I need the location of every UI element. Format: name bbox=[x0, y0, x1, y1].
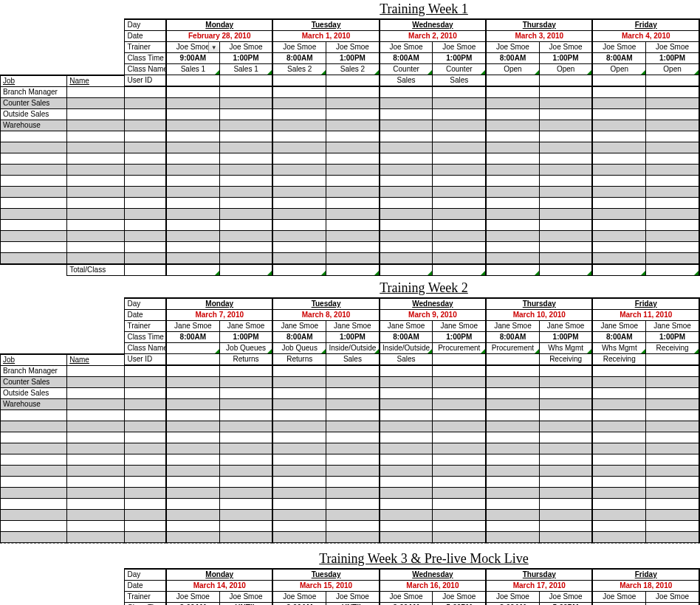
grid-cell[interactable] bbox=[326, 220, 380, 231]
classtime-cell[interactable]: 8:00AM bbox=[380, 332, 433, 343]
grid-cell[interactable] bbox=[166, 120, 219, 131]
grid-cell[interactable] bbox=[380, 120, 433, 131]
job-cell[interactable] bbox=[1, 142, 67, 153]
grid-cell[interactable] bbox=[539, 432, 592, 443]
trainer-cell[interactable]: Jane Smoe bbox=[326, 321, 380, 332]
grid-cell[interactable] bbox=[592, 120, 645, 131]
userid-cell[interactable] bbox=[125, 86, 166, 98]
classtime-cell[interactable] bbox=[592, 603, 645, 606]
grid-cell[interactable] bbox=[592, 86, 645, 98]
grid-cell[interactable] bbox=[272, 120, 326, 131]
grid-cell[interactable] bbox=[646, 365, 699, 377]
grid-cell[interactable] bbox=[272, 410, 326, 421]
grid-cell[interactable] bbox=[326, 510, 380, 521]
grid-cell[interactable] bbox=[380, 131, 433, 142]
grid-cell[interactable] bbox=[380, 410, 433, 421]
job-cell[interactable] bbox=[1, 466, 67, 477]
grid-cell[interactable] bbox=[219, 153, 272, 165]
userid-cell[interactable] bbox=[125, 98, 166, 109]
grid-cell[interactable] bbox=[592, 365, 645, 377]
classname-cell[interactable]: Counter bbox=[433, 64, 486, 75]
name-cell[interactable] bbox=[67, 365, 125, 377]
grid-cell[interactable] bbox=[486, 421, 539, 432]
job-cell[interactable] bbox=[1, 220, 67, 231]
grid-cell[interactable] bbox=[486, 187, 539, 198]
grid-cell[interactable] bbox=[592, 466, 645, 477]
grid-cell[interactable] bbox=[272, 187, 326, 198]
trainer-cell[interactable]: Joe Smoe bbox=[272, 42, 326, 53]
grid-cell[interactable] bbox=[486, 153, 539, 165]
name-cell[interactable] bbox=[67, 165, 125, 176]
grid-cell[interactable] bbox=[646, 109, 699, 120]
grid-cell[interactable] bbox=[380, 432, 433, 443]
grid-cell[interactable] bbox=[486, 231, 539, 242]
grid-cell[interactable] bbox=[646, 454, 699, 466]
trainer-cell[interactable]: Joe Smoe bbox=[219, 42, 272, 53]
userid-cell[interactable] bbox=[125, 198, 166, 209]
classtime-cell[interactable]: 8:00AM bbox=[592, 332, 645, 343]
grid-cell[interactable] bbox=[539, 421, 592, 432]
grid-cell[interactable] bbox=[326, 466, 380, 477]
grid-cell[interactable] bbox=[433, 410, 486, 421]
grid-cell[interactable] bbox=[646, 231, 699, 242]
grid-cell[interactable] bbox=[646, 410, 699, 421]
grid-cell[interactable] bbox=[272, 253, 326, 265]
grid-cell[interactable] bbox=[433, 153, 486, 165]
userid-cell[interactable] bbox=[125, 176, 166, 187]
grid-cell[interactable] bbox=[433, 532, 486, 543]
classtime-cell[interactable]: 5:00PM bbox=[539, 603, 592, 606]
total-cell[interactable] bbox=[380, 264, 433, 276]
trainer-cell[interactable]: Jane Smoe bbox=[539, 321, 592, 332]
grid-cell[interactable] bbox=[539, 165, 592, 176]
grid-cell[interactable] bbox=[380, 220, 433, 231]
grid-cell[interactable] bbox=[486, 499, 539, 510]
job-cell[interactable]: Counter Sales bbox=[1, 377, 67, 388]
total-cell[interactable] bbox=[646, 264, 699, 276]
classname-cell[interactable]: Open bbox=[539, 64, 592, 75]
grid-cell[interactable] bbox=[646, 142, 699, 153]
grid-cell[interactable] bbox=[380, 388, 433, 399]
job-cell[interactable] bbox=[1, 421, 67, 432]
grid-cell[interactable] bbox=[646, 153, 699, 165]
grid-cell[interactable] bbox=[166, 176, 219, 187]
grid-cell[interactable] bbox=[326, 454, 380, 466]
classname-cell-2[interactable]: Returns bbox=[272, 354, 326, 366]
grid-cell[interactable] bbox=[433, 187, 486, 198]
grid-cell[interactable] bbox=[646, 198, 699, 209]
grid-cell[interactable] bbox=[433, 499, 486, 510]
job-cell[interactable] bbox=[1, 242, 67, 253]
grid-cell[interactable] bbox=[646, 421, 699, 432]
grid-cell[interactable] bbox=[592, 432, 645, 443]
grid-cell[interactable] bbox=[272, 510, 326, 521]
classname-cell[interactable]: Receiving bbox=[646, 343, 699, 354]
classname-cell-2[interactable] bbox=[486, 75, 539, 87]
grid-cell[interactable] bbox=[646, 209, 699, 220]
userid-cell[interactable] bbox=[125, 454, 166, 466]
dropdown-icon[interactable]: ▼ bbox=[208, 42, 220, 53]
total-cell[interactable] bbox=[433, 264, 486, 276]
grid-cell[interactable] bbox=[380, 198, 433, 209]
grid-cell[interactable] bbox=[380, 242, 433, 253]
grid-cell[interactable] bbox=[539, 198, 592, 209]
trainer-cell[interactable]: Jane Smoe bbox=[433, 321, 486, 332]
grid-cell[interactable] bbox=[272, 220, 326, 231]
grid-cell[interactable] bbox=[592, 388, 645, 399]
grid-cell[interactable] bbox=[166, 187, 219, 198]
job-cell[interactable] bbox=[1, 499, 67, 510]
name-cell[interactable] bbox=[67, 120, 125, 131]
job-cell[interactable] bbox=[1, 176, 67, 187]
grid-cell[interactable] bbox=[219, 209, 272, 220]
grid-cell[interactable] bbox=[272, 521, 326, 532]
userid-cell[interactable] bbox=[125, 488, 166, 499]
grid-cell[interactable] bbox=[646, 377, 699, 388]
trainer-cell[interactable]: Jane Smoe bbox=[486, 321, 539, 332]
grid-cell[interactable] bbox=[539, 410, 592, 421]
userid-cell[interactable] bbox=[125, 131, 166, 142]
job-cell[interactable] bbox=[1, 488, 67, 499]
grid-cell[interactable] bbox=[539, 477, 592, 488]
grid-cell[interactable] bbox=[433, 220, 486, 231]
grid-cell[interactable] bbox=[592, 253, 645, 265]
grid-cell[interactable] bbox=[592, 131, 645, 142]
classname-cell-2[interactable] bbox=[272, 75, 326, 87]
classname-cell-2[interactable] bbox=[219, 75, 272, 87]
